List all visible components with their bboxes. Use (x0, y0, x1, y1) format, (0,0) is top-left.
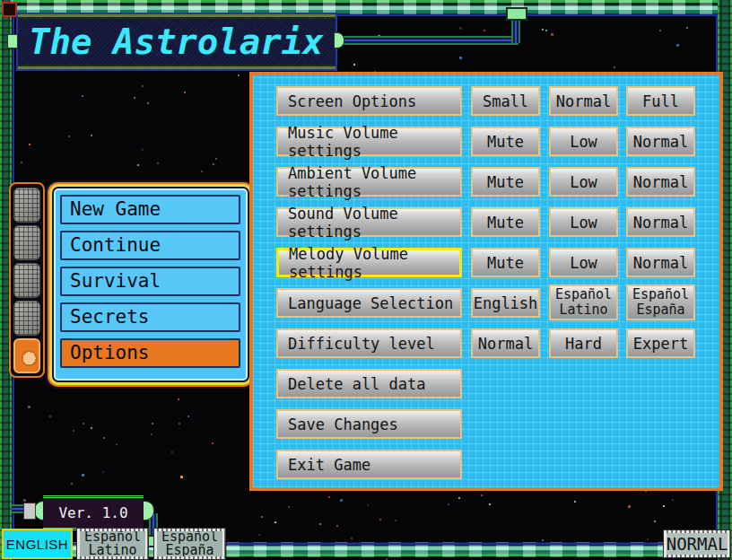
option-label-sound[interactable]: Sound Volume settings (276, 207, 462, 237)
language-current-button[interactable]: ENGLISH (2, 529, 73, 559)
options-row-save: Save Changes (253, 409, 719, 440)
corner-chip (2, 2, 17, 17)
option-choice-espanol-espana[interactable]: Español España (626, 284, 695, 320)
exit-game-button[interactable]: Exit Game (276, 450, 462, 479)
option-choice-english[interactable]: English (471, 288, 540, 318)
option-choice-mute[interactable]: Mute (471, 167, 540, 197)
maze-icon (13, 263, 40, 298)
options-row-delete: Delete all data (253, 369, 719, 399)
title-connector-left (7, 34, 18, 48)
option-label-language[interactable]: Language Selection (276, 288, 462, 318)
options-row-music: Music Volume settings Mute Low Normal (253, 127, 719, 157)
options-row-ambient: Ambient Volume settings Mute Low Normal (253, 167, 719, 197)
title-panel: The Astrolarix (16, 13, 337, 71)
option-choice-low[interactable]: Low (549, 207, 618, 237)
option-choice-normal[interactable]: Normal (471, 328, 540, 358)
language-espanol-latino-button[interactable]: Español Latino (77, 529, 148, 559)
options-row-language: Language Selection English Español Latin… (253, 288, 719, 319)
difficulty-current-button[interactable]: NORMAL (664, 530, 730, 557)
options-row-melody: Melody Volume settings Mute Low Normal (253, 248, 719, 278)
version-text: Ver. 1.0 (58, 504, 127, 521)
menu-item-survival[interactable]: Survival (60, 267, 240, 296)
option-label-difficulty[interactable]: Difficulty level (276, 328, 462, 358)
circuit-trace-title (343, 36, 518, 45)
option-choice-normal[interactable]: Normal (549, 86, 618, 116)
option-choice-normal[interactable]: Normal (626, 248, 695, 277)
language-espanol-espana-button[interactable]: Español España (154, 529, 225, 559)
option-choice-mute[interactable]: Mute (471, 127, 540, 156)
menu-item-new-game[interactable]: New Game (60, 195, 240, 224)
option-choice-low[interactable]: Low (549, 167, 618, 197)
maze-icon (13, 301, 40, 336)
option-label-screen[interactable]: Screen Options (276, 86, 462, 116)
options-panel: Screen Options Small Normal Full Music V… (249, 72, 723, 491)
maze-icon (13, 188, 40, 223)
option-choice-normal[interactable]: Normal (626, 207, 695, 237)
menu-item-continue[interactable]: Continue (60, 231, 240, 260)
option-choice-normal[interactable]: Normal (626, 167, 695, 197)
options-row-sound: Sound Volume settings Mute Low Normal (253, 207, 719, 238)
option-choice-mute[interactable]: Mute (471, 207, 540, 237)
option-choice-espanol-latino[interactable]: Español Latino (549, 284, 618, 320)
options-row-difficulty: Difficulty level Normal Hard Expert (253, 328, 719, 359)
maze-icon (13, 225, 40, 260)
option-choice-hard[interactable]: Hard (549, 328, 618, 358)
version-badge: Ver. 1.0 (43, 495, 144, 530)
options-row-screen: Screen Options Small Normal Full (253, 86, 719, 117)
option-label-melody-highlighted[interactable]: Melody Volume settings (276, 248, 462, 277)
option-choice-small[interactable]: Small (471, 86, 540, 116)
menu-icon-column (9, 182, 45, 378)
option-choice-mute[interactable]: Mute (471, 248, 540, 277)
options-selected-icon (13, 338, 40, 373)
option-choice-low[interactable]: Low (549, 127, 618, 156)
option-choice-expert[interactable]: Expert (626, 328, 695, 358)
option-label-music[interactable]: Music Volume settings (276, 127, 462, 156)
option-choice-full[interactable]: Full (626, 86, 695, 116)
option-choice-normal[interactable]: Normal (626, 127, 695, 156)
circuit-junction-top (506, 7, 527, 21)
game-title: The Astrolarix (18, 22, 324, 62)
version-plug (23, 503, 36, 520)
option-label-ambient[interactable]: Ambient Volume settings (276, 167, 462, 197)
save-changes-button[interactable]: Save Changes (276, 409, 462, 439)
option-choice-low[interactable]: Low (549, 248, 618, 277)
delete-all-data-button[interactable]: Delete all data (276, 369, 462, 398)
menu-item-secrets[interactable]: Secrets (60, 302, 240, 332)
menu-item-options[interactable]: Options (60, 338, 240, 368)
main-menu-panel: New Game Continue Survival Secrets Optio… (54, 188, 248, 381)
options-row-exit: Exit Game (253, 450, 719, 480)
